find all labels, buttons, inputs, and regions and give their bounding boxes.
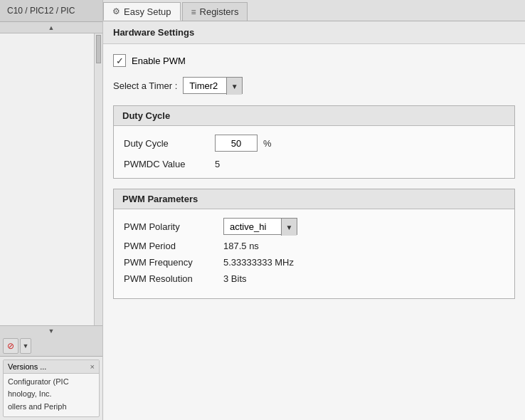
- versions-content: Configurator (PIC hnology, Inc. ollers a…: [4, 374, 99, 416]
- product-label: ollers and Periph: [8, 401, 95, 412]
- sidebar-scroll-down[interactable]: ▼: [0, 325, 102, 337]
- sidebar-toolbar: ⊘ ▼: [0, 337, 102, 357]
- pwm-parameters-content: PWM Polarity active_hi ▼ PWM Period 187.…: [114, 209, 514, 298]
- toolbar-dropdown-button[interactable]: ▼: [20, 338, 31, 354]
- pwm-polarity-label: PWM Polarity: [124, 221, 223, 232]
- pwm-frequency-value: 5.33333333 MHz: [223, 257, 294, 268]
- versions-title: Versions ...: [8, 362, 46, 371]
- timer-dropdown-button[interactable]: ▼: [226, 78, 242, 95]
- timer-select-value: Timer2: [184, 78, 226, 93]
- pwmdc-value: 5: [215, 159, 220, 169]
- polarity-dropdown-arrow-icon: ▼: [286, 224, 293, 231]
- pwm-period-label: PWM Period: [124, 241, 223, 251]
- scroll-up-arrow: ▲: [48, 24, 55, 31]
- pwm-resolution-label: PWM Resolution: [124, 273, 223, 284]
- sidebar-scrollbar: [94, 33, 102, 325]
- easy-setup-tab-icon: ⚙: [112, 6, 120, 16]
- pwmdc-value-row: PWMDC Value 5: [124, 159, 504, 169]
- company-label: hnology, Inc.: [8, 389, 95, 399]
- tab-easy-setup[interactable]: ⚙ Easy Setup: [103, 2, 181, 21]
- pwmdc-label: PWMDC Value: [124, 159, 209, 169]
- enable-pwm-checkbox[interactable]: ✓: [113, 54, 126, 67]
- sidebar-scroll-area: ▲ ▼: [0, 22, 102, 337]
- tab-bar: ⚙ Easy Setup ≡ Registers: [103, 0, 525, 21]
- versions-header: Versions ... ×: [4, 360, 99, 374]
- pwm-parameters-panel: PWM Parameters PWM Polarity active_hi ▼ …: [113, 189, 515, 299]
- pwm-polarity-row: PWM Polarity active_hi ▼: [124, 218, 504, 235]
- easy-setup-tab-label: Easy Setup: [124, 6, 171, 17]
- dropdown-arrow-icon: ▼: [23, 342, 29, 350]
- pwm-parameters-title: PWM Parameters: [114, 189, 514, 209]
- enable-pwm-label: Enable PWM: [132, 56, 186, 66]
- pwm-period-value: 187.5 ns: [223, 241, 259, 251]
- duty-cycle-label: Duty Cycle: [124, 138, 209, 149]
- hardware-settings-title: Hardware Settings: [103, 21, 525, 44]
- timer-select-row: Select a Timer : Timer2 ▼: [113, 77, 515, 94]
- stop-icon: ⊘: [7, 341, 14, 351]
- tab-registers[interactable]: ≡ Registers: [182, 2, 248, 21]
- sidebar-header: C10 / PIC12 / PIC: [0, 0, 102, 22]
- registers-tab-icon: ≡: [191, 7, 196, 17]
- checkbox-check-icon: ✓: [116, 56, 124, 66]
- timer-dropdown-arrow-icon: ▼: [231, 83, 238, 90]
- polarity-dropdown-button[interactable]: ▼: [281, 219, 297, 236]
- duty-cycle-unit: %: [263, 138, 272, 149]
- duty-cycle-input[interactable]: [215, 135, 258, 152]
- pwm-frequency-row: PWM Frequency 5.33333333 MHz: [124, 257, 504, 268]
- content-body: ✓ Enable PWM Select a Timer : Timer2 ▼ D…: [103, 44, 525, 420]
- select-timer-label: Select a Timer :: [113, 80, 177, 91]
- versions-panel: Versions ... × Configurator (PIC hnology…: [3, 359, 100, 417]
- duty-cycle-panel-title: Duty Cycle: [114, 106, 514, 126]
- configurator-label: Configurator (PIC: [8, 377, 95, 387]
- duty-cycle-row: Duty Cycle %: [124, 135, 504, 152]
- pwm-frequency-label: PWM Frequency: [124, 257, 223, 268]
- polarity-select-control[interactable]: active_hi ▼: [223, 218, 297, 235]
- pwm-period-row: PWM Period 187.5 ns: [124, 241, 504, 251]
- enable-pwm-row: ✓ Enable PWM: [113, 54, 515, 67]
- duty-cycle-panel: Duty Cycle Duty Cycle % PWMDC Value 5: [113, 105, 515, 179]
- versions-close-button[interactable]: ×: [90, 362, 95, 371]
- stop-button[interactable]: ⊘: [3, 338, 18, 354]
- registers-tab-label: Registers: [200, 6, 239, 17]
- pwm-resolution-value: 3 Bits: [223, 273, 247, 284]
- timer-select-control[interactable]: Timer2 ▼: [183, 77, 243, 94]
- scroll-down-arrow: ▼: [48, 327, 55, 335]
- scrollbar-thumb[interactable]: [96, 35, 101, 63]
- duty-cycle-panel-content: Duty Cycle % PWMDC Value 5: [114, 126, 514, 178]
- sidebar: C10 / PIC12 / PIC ▲ ▼ ⊘ ▼ Versions ... ×…: [0, 0, 103, 420]
- pwm-resolution-row: PWM Resolution 3 Bits: [124, 273, 504, 284]
- polarity-select-value: active_hi: [224, 219, 281, 234]
- sidebar-scroll-up[interactable]: ▲: [0, 22, 102, 33]
- main-content: ⚙ Easy Setup ≡ Registers Hardware Settin…: [103, 0, 525, 420]
